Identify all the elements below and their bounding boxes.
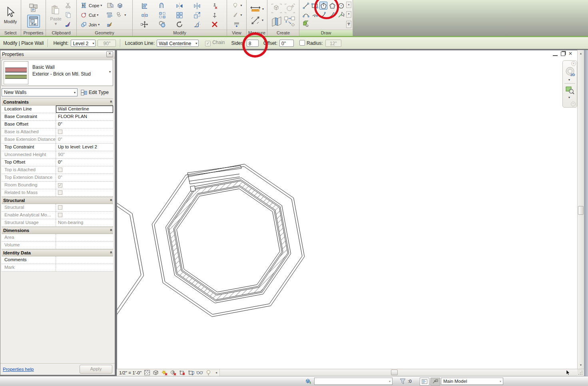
- property-row[interactable]: Area: [2, 234, 113, 242]
- steering-wheel-button[interactable]: 2D: [565, 66, 576, 77]
- joins-dropdown-caret-icon[interactable]: ▾: [124, 14, 126, 17]
- paste-dropdown-caret-icon[interactable]: ▾: [55, 22, 57, 25]
- measure-button[interactable]: [250, 5, 261, 13]
- panel-label-clipboard[interactable]: Clipboard: [46, 30, 76, 36]
- join-button[interactable]: [80, 21, 88, 29]
- reveal-hidden-button[interactable]: [205, 370, 212, 376]
- property-row[interactable]: Base Extension Distance0": [2, 136, 113, 144]
- draw-arc-center-ends-tool[interactable]: [311, 10, 319, 18]
- view-scale-button[interactable]: 1/2" = 1'-0": [119, 370, 142, 375]
- property-row[interactable]: Top ConstraintUp to level: Level 2: [2, 144, 113, 151]
- active-workset-select[interactable]: ▾: [314, 378, 393, 385]
- zoom-button[interactable]: [566, 86, 574, 94]
- cope-button-label[interactable]: Cope: [89, 3, 99, 8]
- panel-label-modify[interactable]: Modify: [133, 30, 227, 36]
- offset-input[interactable]: 0": [279, 40, 294, 47]
- temporary-hide-isolate-button[interactable]: [196, 370, 203, 376]
- sides-input[interactable]: 8: [247, 40, 259, 47]
- scroll-down-icon[interactable]: ▼: [578, 362, 584, 368]
- mirror-pick-axis-button[interactable]: [175, 2, 183, 10]
- wall-joins-button[interactable]: [115, 11, 123, 19]
- chain-checkbox[interactable]: ✓Chain: [205, 40, 225, 46]
- navbar-collapse-icon[interactable]: −: [571, 102, 576, 106]
- create-assembly-button[interactable]: [284, 3, 296, 14]
- rotate-button[interactable]: [175, 20, 183, 28]
- section-structural[interactable]: Structural»: [2, 197, 113, 204]
- close-icon[interactable]: ✕: [568, 52, 572, 56]
- design-options-button[interactable]: [431, 378, 440, 386]
- create-group-button[interactable]: [270, 16, 283, 28]
- pick-lines-tool[interactable]: [337, 10, 345, 18]
- show-crop-region-button[interactable]: [187, 370, 194, 376]
- property-row[interactable]: Top is Attached: [2, 166, 113, 174]
- family-types-button[interactable]: [28, 2, 39, 14]
- panel-label-view[interactable]: View: [227, 30, 246, 36]
- property-row[interactable]: Enable Analytical Mo...: [2, 212, 113, 219]
- collapse-chevron-icon[interactable]: »: [108, 101, 113, 103]
- draw-expand-icon[interactable]: ▬▼: [346, 21, 351, 28]
- properties-title-bar[interactable]: Properties ✕: [0, 50, 115, 58]
- minimize-icon[interactable]: [553, 52, 558, 56]
- draw-line-tool[interactable]: [302, 2, 310, 10]
- resize-grip-icon[interactable]: [577, 369, 583, 376]
- property-row[interactable]: Unconnected Height90": [2, 151, 113, 159]
- draw-rectangle-tool[interactable]: [311, 2, 319, 10]
- radius-checkbox[interactable]: Radius:: [299, 40, 323, 46]
- join-dropdown-caret-icon[interactable]: ▾: [98, 23, 100, 26]
- align-button[interactable]: [141, 2, 149, 10]
- override-graphics-button[interactable]: [231, 11, 239, 19]
- property-row[interactable]: Mark: [2, 264, 113, 272]
- split-with-gap-button[interactable]: [158, 11, 166, 19]
- panel-label-draw[interactable]: Draw: [299, 30, 353, 36]
- draw-arc-tangent-tool[interactable]: [319, 10, 327, 18]
- cope-button[interactable]: [80, 2, 88, 10]
- scale-button[interactable]: [193, 11, 201, 19]
- worksets-button[interactable]: [305, 378, 313, 385]
- draw-circle-tool[interactable]: [337, 2, 345, 10]
- panel-label-create[interactable]: Create: [267, 30, 299, 36]
- scroll-up-icon[interactable]: ▲: [578, 51, 584, 56]
- vertical-scroll-thumb[interactable]: [578, 206, 584, 215]
- collapse-bar-icon[interactable]: ◂: [215, 371, 217, 374]
- sun-path-button[interactable]: [161, 370, 168, 376]
- collapse-chevron-icon[interactable]: »: [108, 200, 113, 201]
- type-selector-caret-icon[interactable]: ▾: [109, 70, 111, 74]
- restore-icon[interactable]: [561, 52, 565, 56]
- draw-arc-fillet-tool[interactable]: [328, 10, 336, 18]
- properties-palette-button[interactable]: [27, 15, 40, 28]
- location-line-select[interactable]: Wall Centerline▾: [157, 40, 199, 47]
- move-button[interactable]: [141, 20, 149, 28]
- property-row[interactable]: Base Offset0": [2, 121, 113, 128]
- navbar-close-icon[interactable]: ✕: [571, 61, 576, 66]
- section-dimensions[interactable]: Dimensions»: [2, 227, 113, 234]
- offset-button[interactable]: [158, 2, 166, 10]
- panel-label-properties[interactable]: Properties: [21, 30, 46, 36]
- aligned-dimension-button[interactable]: [250, 16, 261, 25]
- paste-button[interactable]: Paste ▾: [50, 5, 61, 25]
- apply-button[interactable]: Apply: [80, 365, 112, 374]
- split-face-button[interactable]: [106, 21, 114, 29]
- cut-profile-button[interactable]: [106, 2, 114, 10]
- draw-polygon-circumscribed-tool[interactable]: [328, 2, 336, 10]
- beam-joins-button[interactable]: [106, 11, 114, 19]
- property-row[interactable]: Top Extension Distance0": [2, 174, 113, 182]
- section-constraints[interactable]: Constraints»: [2, 98, 113, 106]
- design-option-select[interactable]: Main Model▾: [441, 378, 503, 385]
- panel-label-geometry[interactable]: Geometry: [77, 30, 132, 36]
- delete-button[interactable]: [211, 20, 219, 28]
- pick-face-tool[interactable]: [302, 19, 310, 27]
- cut-button-label[interactable]: Cut: [89, 13, 96, 18]
- copy-modify-button[interactable]: [158, 20, 166, 28]
- visual-style-button[interactable]: [152, 370, 159, 376]
- zoom-caret-icon[interactable]: ▾: [568, 96, 570, 99]
- draw-scroll-down-icon[interactable]: ▼: [346, 11, 351, 18]
- cut-clipboard-button[interactable]: [64, 2, 72, 10]
- match-type-button[interactable]: [64, 21, 72, 29]
- collapse-chevron-icon[interactable]: »: [108, 230, 113, 231]
- panel-label-select[interactable]: Select: [0, 30, 21, 36]
- collapse-chevron-icon[interactable]: »: [108, 252, 113, 254]
- cut-dropdown-caret-icon[interactable]: ▾: [97, 14, 98, 17]
- shadows-button[interactable]: [170, 370, 177, 376]
- property-row[interactable]: Base is Attached: [2, 128, 113, 136]
- drawing-area[interactable]: [117, 50, 577, 369]
